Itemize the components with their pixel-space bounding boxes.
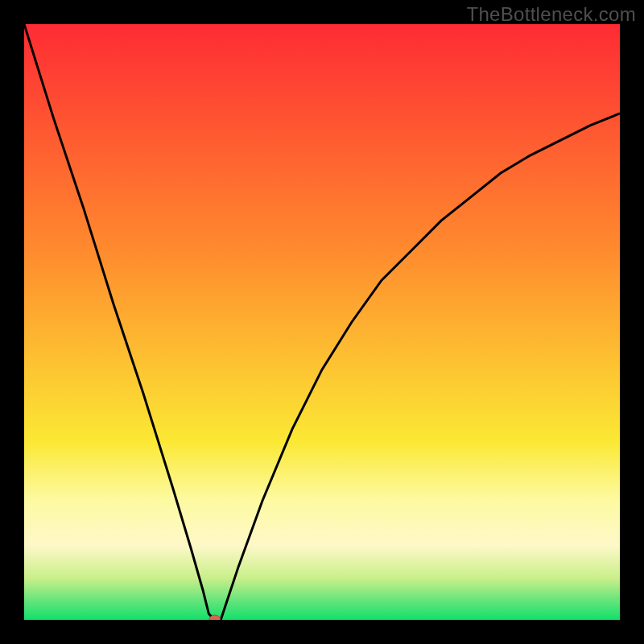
plot-area xyxy=(24,24,620,620)
chart-frame: TheBottleneck.com xyxy=(0,0,644,644)
watermark-text: TheBottleneck.com xyxy=(466,3,636,26)
gradient-rect xyxy=(24,24,620,620)
chart-svg xyxy=(24,24,620,620)
